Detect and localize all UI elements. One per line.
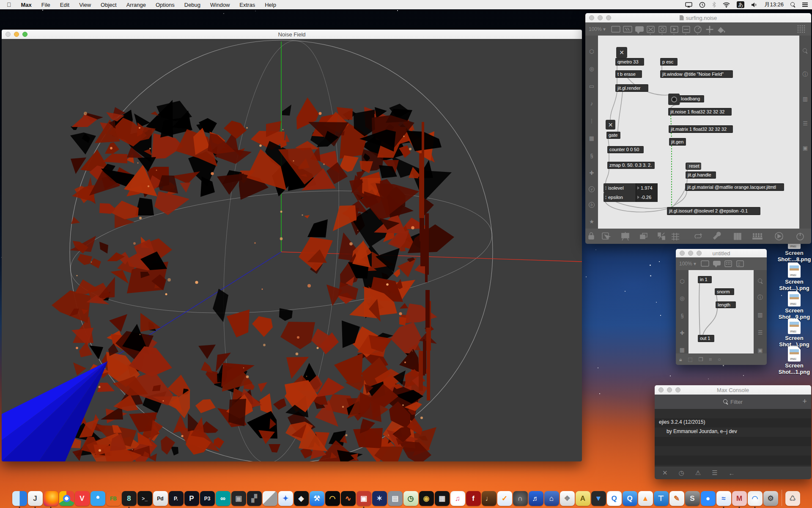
desktop-file[interactable]: Screen Shot...).png bbox=[776, 319, 812, 348]
menu-item-view[interactable]: View bbox=[79, 2, 91, 8]
wifi-icon[interactable] bbox=[723, 2, 730, 8]
close-button[interactable] bbox=[658, 387, 664, 392]
patcher-canvas[interactable]: ✕qmetro 33t b erasejit.gl.renderp escjit… bbox=[598, 36, 799, 229]
dock-icon-cube-app[interactable]: ▣ bbox=[231, 491, 246, 506]
dock-icon-cameras-app[interactable]: ▣ bbox=[357, 491, 371, 506]
lock-icon[interactable] bbox=[589, 233, 594, 239]
dock-icon-disk-doctor-app[interactable]: S bbox=[685, 491, 700, 506]
dock-icon-firefox[interactable] bbox=[44, 491, 58, 506]
maxbox-length[interactable]: length bbox=[716, 301, 736, 308]
inspector-icon[interactable]: ◎ bbox=[588, 65, 595, 72]
max-console-icon[interactable]: ▭ bbox=[588, 82, 595, 90]
dock-icon-vlc[interactable]: ▲ bbox=[638, 491, 653, 506]
new-toggle-icon[interactable] bbox=[647, 26, 654, 33]
info-icon[interactable]: ⓘ bbox=[757, 294, 764, 301]
select-mode-icon[interactable]: ⬚ bbox=[688, 356, 692, 362]
beap-icon[interactable]: b bbox=[589, 202, 595, 208]
dock-icon-photos-search-app[interactable]: ❖ bbox=[560, 491, 575, 506]
new-playbar-icon[interactable] bbox=[671, 26, 678, 33]
menu-item-edit[interactable]: Edit bbox=[60, 2, 69, 8]
dock-icon-itunes[interactable]: ♫ bbox=[450, 491, 465, 506]
maxbox-isosurf[interactable]: jit.gl.isosurf @isolevel 2 @epsilon -0.1 bbox=[667, 207, 760, 215]
history-icon[interactable]: ◷ bbox=[679, 469, 684, 477]
inspector-icon[interactable]: ◎ bbox=[678, 295, 686, 302]
dock-icon-bluetools-app[interactable]: ✶ bbox=[372, 491, 387, 506]
minimize-button[interactable] bbox=[667, 387, 672, 392]
info-icon[interactable]: ⓘ bbox=[801, 70, 809, 78]
patcher-right-sidebar[interactable]: ⓘ ▥ ☰ ▣ bbox=[799, 36, 811, 229]
maxbox-render[interactable]: jit.gl.render bbox=[615, 84, 648, 92]
camera-icon[interactable]: ▣ bbox=[757, 347, 764, 353]
layers-icon[interactable]: ❐ bbox=[699, 356, 703, 362]
dock-icon-processing[interactable]: P bbox=[184, 491, 199, 506]
maxbox-gate[interactable]: gate bbox=[606, 132, 620, 139]
panels-icon[interactable]: ▥ bbox=[757, 312, 764, 318]
media-icon[interactable]: ▦ bbox=[588, 134, 595, 142]
maxbox-counter[interactable]: counter 0 0 50 bbox=[607, 146, 644, 153]
dock-icon-video-downloader[interactable]: ▼ bbox=[591, 491, 606, 506]
hide-cords-icon[interactable] bbox=[658, 233, 665, 240]
dock-icon-max7[interactable]: 8 bbox=[122, 491, 137, 506]
patcher-titlebar[interactable]: surfing.noise bbox=[585, 13, 811, 22]
add-icon[interactable]: ✚ bbox=[678, 329, 686, 337]
dock-icon-fb-app[interactable]: FB bbox=[106, 491, 121, 506]
console-log[interactable]: ejies 3.2.4 (12/2015)by Emmanuel Jourdan… bbox=[655, 409, 811, 467]
dock-icon-radar-app[interactable]: ◠ bbox=[325, 491, 340, 506]
zoom-button[interactable] bbox=[697, 251, 702, 256]
grid-icon[interactable]: ⌗ bbox=[709, 356, 712, 362]
clear-console-icon[interactable]: ✕ bbox=[662, 469, 668, 477]
dock-icon-arduino[interactable]: ∞ bbox=[216, 491, 230, 506]
lines-icon[interactable]: ☰ bbox=[757, 329, 764, 336]
objects-icon[interactable]: ⬡ bbox=[678, 278, 686, 285]
maxbox-matrix[interactable]: jit.matrix 1 float32 32 32 32 bbox=[669, 125, 733, 133]
close-button[interactable] bbox=[5, 32, 11, 37]
png-file-icon[interactable] bbox=[788, 291, 801, 306]
dock-icon-house-g-app[interactable]: ⌂ bbox=[544, 491, 559, 506]
search-icon[interactable] bbox=[803, 48, 808, 53]
traffic-lights[interactable] bbox=[680, 251, 702, 256]
attach-icon[interactable]: § bbox=[678, 312, 686, 319]
png-file-icon[interactable] bbox=[788, 262, 801, 278]
close-button[interactable] bbox=[589, 15, 594, 20]
maxbox-in1[interactable]: in 1 bbox=[698, 276, 712, 283]
dock-icon-propeller-app[interactable]: ✦ bbox=[278, 491, 293, 506]
traffic-lights[interactable] bbox=[5, 32, 27, 37]
lock-icon[interactable]: 🔒︎ bbox=[679, 356, 682, 362]
maxbox-button1[interactable] bbox=[668, 94, 680, 105]
dock-icon-intel-power-gadget[interactable]: ≈ bbox=[716, 491, 731, 506]
png-file-icon[interactable] bbox=[788, 319, 801, 334]
object-explorer-icon[interactable]: ⬡ bbox=[588, 47, 595, 55]
apple-menu[interactable]:  bbox=[7, 1, 11, 8]
dots-grid-icon[interactable] bbox=[753, 234, 762, 239]
dock-icon-processing-p5[interactable]: P. bbox=[169, 491, 184, 506]
dock-icon-spectrum-app[interactable]: M bbox=[732, 491, 747, 506]
spotlight-icon[interactable] bbox=[790, 2, 796, 7]
dock-icon-wifi-app[interactable]: ◠ bbox=[748, 491, 763, 506]
dock-icon-robot-app[interactable]: ▞ bbox=[247, 491, 262, 506]
sort-icon[interactable]: ☰ bbox=[712, 469, 717, 477]
gen-bottom-toolbar[interactable]: 🔒︎ ⬚ ❐ ⌗ ○ bbox=[676, 353, 767, 365]
new-comment-icon[interactable] bbox=[713, 261, 721, 268]
menu-item-extras[interactable]: Extras bbox=[239, 2, 255, 8]
console-titlebar[interactable]: Max Console bbox=[655, 385, 811, 395]
camera-icon[interactable]: ▣ bbox=[801, 144, 809, 152]
maxbox-snorm[interactable]: snorm bbox=[715, 288, 734, 295]
dock-icon-xcode[interactable]: ⚒ bbox=[310, 491, 324, 506]
image-icon[interactable]: ▦ bbox=[678, 346, 686, 353]
desktop-file[interactable]: Screen Shot...9.png bbox=[776, 291, 812, 320]
dock-icon-finder[interactable] bbox=[12, 491, 27, 506]
menu-item-options[interactable]: Options bbox=[156, 2, 175, 8]
dock-icon-flash[interactable]: f bbox=[466, 491, 481, 506]
dock-icon-pages-doc-app[interactable]: ✎ bbox=[669, 491, 684, 506]
dock-icon-keynote[interactable]: ⊤ bbox=[654, 491, 669, 506]
maxbox-out1[interactable]: out 1 bbox=[698, 335, 714, 342]
dock-icon-zoom-app[interactable]: ● bbox=[701, 491, 716, 506]
select-mode-icon[interactable] bbox=[602, 233, 610, 239]
menu-item-debug[interactable]: Debug bbox=[184, 2, 200, 8]
time-machine-icon[interactable] bbox=[699, 2, 705, 8]
dock-icon-midi-keys-app[interactable]: ▦ bbox=[435, 491, 450, 506]
new-comment-icon[interactable] bbox=[635, 26, 644, 34]
circle-icon[interactable]: ○ bbox=[718, 356, 721, 362]
new-button-icon[interactable] bbox=[659, 26, 666, 33]
gen-left-sidebar[interactable]: ⬡ ◎ § ✚ ▦ bbox=[676, 270, 689, 353]
